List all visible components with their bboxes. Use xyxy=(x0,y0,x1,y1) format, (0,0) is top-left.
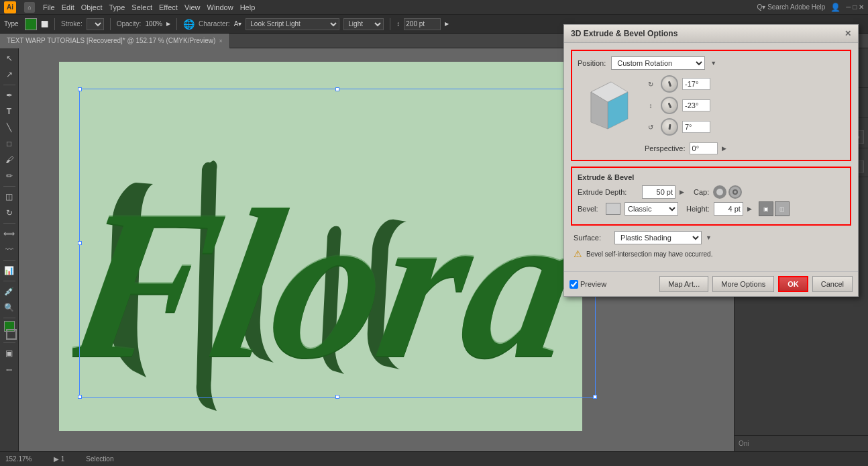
globe-icon: 🌐 xyxy=(183,19,195,30)
menu-edit[interactable]: Edit xyxy=(62,3,74,11)
select-tool[interactable]: ↖ xyxy=(2,51,17,66)
zoom-tool[interactable]: 🔍 xyxy=(2,300,17,315)
sep1 xyxy=(54,18,55,30)
dialog-title-text: 3D Extrude & Bevel Options xyxy=(571,29,677,38)
direct-select-tool[interactable]: ↗ xyxy=(2,67,17,82)
preview-checkbox-container: Preview xyxy=(569,280,606,289)
stroke-select[interactable] xyxy=(87,18,104,30)
sep2 xyxy=(110,18,111,30)
cap-label: Cap: xyxy=(694,188,709,196)
app-logo: Ai xyxy=(4,1,16,13)
x-rot-dial[interactable] xyxy=(661,75,678,93)
position-label: Position: xyxy=(578,59,606,67)
character-label: Character: xyxy=(199,20,230,28)
dialog-title: 3D Extrude & Bevel Options ✕ xyxy=(564,25,858,43)
surface-select[interactable]: Plastic Shading xyxy=(614,231,702,244)
preview-checkbox[interactable] xyxy=(569,280,578,289)
y-rot-dial[interactable] xyxy=(661,97,678,114)
size-arrow[interactable]: ▶ xyxy=(445,21,449,27)
cube-view xyxy=(578,75,638,136)
tool-sep-3 xyxy=(3,223,15,224)
rotate-tool[interactable]: ↻ xyxy=(2,205,17,220)
menu-bar: Ai ⌂ File Edit Object Type Select Effect… xyxy=(0,0,868,15)
pencil-tool[interactable]: ✏ xyxy=(2,169,17,183)
paintbrush-tool[interactable]: 🖌 xyxy=(2,152,17,167)
map-art-button[interactable]: Map Art... xyxy=(659,276,708,292)
cap-buttons xyxy=(713,185,742,199)
font-style-select[interactable]: Light xyxy=(343,18,384,30)
main-tab[interactable]: TEXT WARP TUTORIALS [Recovered]* @ 152.1… xyxy=(0,34,230,48)
shape-tool[interactable]: □ xyxy=(2,136,17,151)
cap-btn-1[interactable] xyxy=(713,185,726,199)
menu-help[interactable]: Help xyxy=(240,3,256,11)
bevel-inward[interactable]: ▣ xyxy=(759,201,773,216)
menu-file[interactable]: File xyxy=(43,3,55,11)
font-size-input[interactable] xyxy=(404,18,441,30)
eraser-tool[interactable]: ◫ xyxy=(2,189,17,204)
menu-window[interactable]: Window xyxy=(207,3,233,11)
user-icon[interactable]: 👤 xyxy=(830,3,840,12)
position-select[interactable]: Custom Rotation xyxy=(611,56,705,70)
more-tools[interactable]: ••• xyxy=(2,362,17,377)
tool-sep-4 xyxy=(3,260,15,261)
position-expand[interactable]: ▼ xyxy=(710,60,716,66)
opacity-label: Opacity: xyxy=(117,20,142,28)
pen-tool[interactable]: ✒ xyxy=(2,88,17,103)
extrude-depth-input[interactable] xyxy=(642,185,675,199)
graph-tool[interactable]: 📊 xyxy=(2,263,17,278)
z-rot-icon: ↺ xyxy=(645,121,657,133)
type-label: Type xyxy=(4,20,21,28)
cap-btn-2[interactable] xyxy=(728,185,742,199)
menu-view[interactable]: View xyxy=(184,3,201,11)
change-screen-mode[interactable]: ▣ xyxy=(2,346,17,361)
oni-text: Oni xyxy=(739,440,749,447)
extrude-arrow[interactable]: ▶ xyxy=(680,189,684,195)
tool-sep-1 xyxy=(3,85,15,85)
status-bar: 152.17% ▶ 1 Selection xyxy=(0,451,868,466)
menu-items: File Edit Object Type Select Effect View… xyxy=(43,3,255,11)
preview-label: Preview xyxy=(580,280,606,288)
sep4 xyxy=(390,18,390,30)
surface-expand[interactable]: ▼ xyxy=(706,234,712,241)
y-rot-value: -23° xyxy=(682,99,710,111)
type-tool[interactable]: T xyxy=(2,104,17,119)
search-label: Q▾ Search Adobe Help xyxy=(757,3,826,11)
tool-sep-2 xyxy=(3,186,15,187)
warning-text: Bevel self-intersection may have occurre… xyxy=(586,250,712,258)
tab-close-button[interactable]: × xyxy=(219,38,222,44)
menu-object[interactable]: Object xyxy=(81,3,103,11)
perspective-label: Perspective: xyxy=(645,144,686,152)
height-input[interactable] xyxy=(714,202,743,216)
warp-tool[interactable]: 〰 xyxy=(2,242,17,257)
font-size-icon: ↕ xyxy=(396,20,400,28)
y-rot-icon: ↕ xyxy=(645,99,657,111)
dialog-close-icon[interactable]: ✕ xyxy=(845,29,851,38)
y-rot-row: ↕ -23° xyxy=(645,97,726,114)
surface-row: Surface: Plastic Shading ▼ xyxy=(574,231,849,244)
z-rot-dial[interactable] xyxy=(661,118,678,136)
eyedropper-tool[interactable]: 💉 xyxy=(2,284,17,299)
width-tool[interactable]: ⟺ xyxy=(2,226,17,241)
dialog-3d: 3D Extrude & Bevel Options ✕ Position: C… xyxy=(563,24,859,297)
home-icon[interactable]: ⌂ xyxy=(24,2,35,13)
stroke-color[interactable] xyxy=(6,329,17,340)
menu-select[interactable]: Select xyxy=(131,3,152,11)
char-icon[interactable]: A▾ xyxy=(234,20,242,28)
ok-button[interactable]: OK xyxy=(778,276,808,292)
fill-color-swatch[interactable] xyxy=(25,18,37,30)
line-tool[interactable]: ╲ xyxy=(2,120,17,135)
bevel-dir-buttons: ▣ ◫ xyxy=(759,201,790,216)
perspective-arrow[interactable]: ▶ xyxy=(722,145,726,152)
dialog-body: Position: Custom Rotation ▼ xyxy=(564,43,858,271)
font-select[interactable]: Look Script Light xyxy=(246,18,339,30)
menu-effect[interactable]: Effect xyxy=(159,3,178,11)
bevel-outward[interactable]: ◫ xyxy=(775,201,790,216)
cancel-button[interactable]: Cancel xyxy=(812,276,853,292)
more-options-button[interactable]: More Options xyxy=(712,276,774,292)
rotation-controls: ↻ -17° ↕ -23° xyxy=(645,75,726,154)
menu-type[interactable]: Type xyxy=(109,3,125,11)
bevel-select[interactable]: Classic xyxy=(625,202,678,216)
menu-right: Q▾ Search Adobe Help 👤 ─ □ ✕ xyxy=(757,3,864,12)
opacity-arrow[interactable]: ▶ xyxy=(166,21,170,27)
height-arrow[interactable]: ▶ xyxy=(747,205,752,212)
